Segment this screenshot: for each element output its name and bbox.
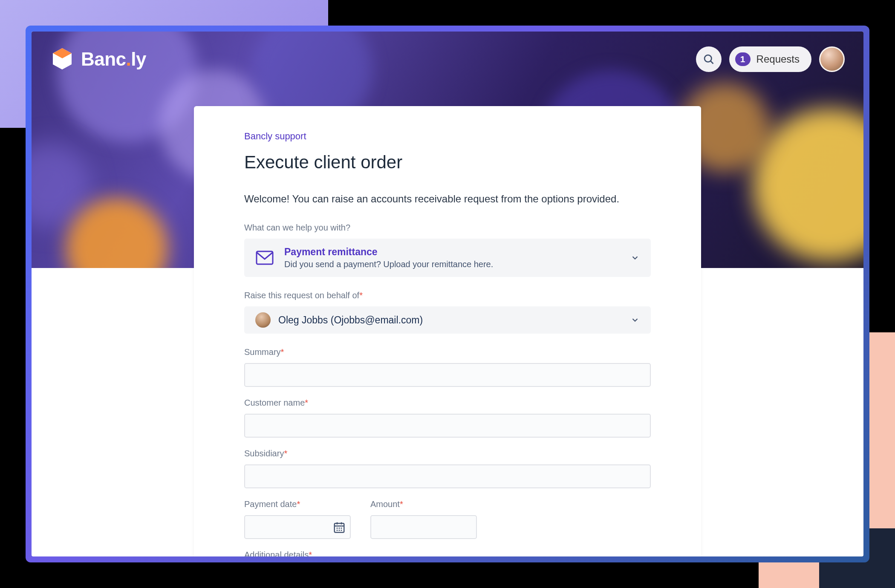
summary-input[interactable] [244,363,651,387]
header-bar: Banc.ly 1 Requests [32,32,863,87]
chevron-down-icon [630,253,640,262]
amount-label: Amount* [370,499,477,509]
main-card: Bancly support Execute client order Welc… [194,106,701,556]
svg-rect-5 [257,251,273,264]
app-frame: Banc.ly 1 Requests [26,26,869,562]
brand-logo[interactable]: Banc.ly [50,47,146,71]
payment-date-label: Payment date* [244,499,351,509]
help-option-select[interactable]: Payment remittance Did you send a paymen… [244,239,651,277]
customer-name-input[interactable] [244,414,651,438]
chevron-down-icon [630,315,640,325]
breadcrumb-link[interactable]: Bancly support [244,131,306,142]
subsidiary-label: Subsidiary* [244,449,651,458]
help-option-sub: Did you send a payment? Upload your remi… [284,259,620,269]
help-option-title: Payment remittance [284,246,620,258]
requests-count-badge: 1 [735,52,751,66]
welcome-text: Welcome! You can raise an accounts recei… [244,191,651,207]
behalf-label: Raise this request on behalf of* [244,291,651,300]
mail-icon [255,248,274,267]
behalf-avatar [255,312,271,328]
brand-logo-mark [50,47,74,71]
customer-name-label: Customer name* [244,398,651,408]
requests-button[interactable]: 1 Requests [729,46,811,72]
app-inner: Banc.ly 1 Requests [32,32,863,556]
behalf-select[interactable]: Oleg Jobbs (Ojobbs@email.com) [244,306,651,334]
brand-name: Banc.ly [81,49,146,70]
svg-line-4 [710,61,713,63]
subsidiary-input[interactable] [244,464,651,488]
help-label: What can we help you with? [244,223,651,233]
requests-label: Requests [756,53,800,65]
summary-label: Summary* [244,347,651,357]
user-avatar[interactable] [819,46,845,72]
behalf-value: Oleg Jobbs (Ojobbs@email.com) [278,314,623,326]
amount-input[interactable] [370,515,477,539]
search-button[interactable] [696,46,722,72]
page-title: Execute client order [244,152,651,173]
svg-point-3 [704,55,711,62]
payment-date-input[interactable] [244,515,351,539]
search-icon [703,53,715,65]
additional-details-label: Additional details* [244,550,651,556]
header-right: 1 Requests [696,46,845,72]
